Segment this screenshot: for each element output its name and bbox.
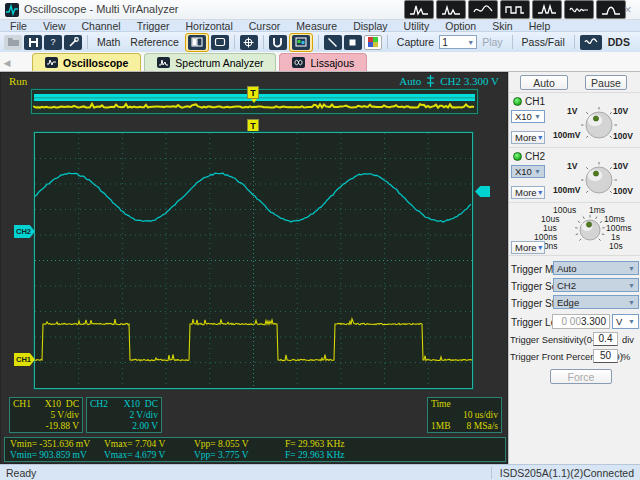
square-draw-icon[interactable] bbox=[344, 35, 362, 50]
scope-display: Run Auto CH2 3.300 V T T CH2 CH1 CH1X10 … bbox=[0, 72, 508, 464]
ch1-knob-label-100mv: 100mV bbox=[553, 130, 580, 140]
close-icon[interactable]: × bbox=[624, 2, 632, 17]
ch2-more-label: More bbox=[515, 187, 537, 198]
play-button[interactable]: Play bbox=[477, 36, 507, 48]
chevron-down-icon: ▼ bbox=[534, 113, 541, 120]
tab-oscilloscope[interactable]: Oscilloscope bbox=[32, 53, 141, 71]
math-button[interactable]: Math bbox=[92, 36, 125, 48]
trigger-position-marker-overview[interactable]: T bbox=[247, 86, 259, 99]
chevron-down-icon: ▼ bbox=[628, 282, 635, 289]
trigger-level-marker[interactable] bbox=[475, 186, 490, 197]
timebase-section: 100us 1ms 10us 1us 100ns 10ns 10ms 100ms… bbox=[509, 203, 640, 256]
crosshair-icon[interactable] bbox=[240, 35, 258, 50]
ch1-section: CH1 X10▼ More▼ 1V 10V 100mV 100V bbox=[509, 93, 640, 148]
reference-button[interactable]: Reference bbox=[125, 36, 183, 48]
split-display-toggle[interactable] bbox=[185, 33, 209, 52]
ch2-knob-label-100v: 100V bbox=[613, 186, 633, 196]
app-window: Oscilloscope - Multi VirAnalyzer × File … bbox=[0, 0, 640, 480]
save-icon[interactable] bbox=[24, 35, 42, 50]
ch1-led[interactable] bbox=[513, 97, 522, 106]
graticule[interactable] bbox=[34, 132, 473, 389]
menu-item-cursor[interactable]: Cursor bbox=[249, 20, 281, 32]
trigger-mode-select[interactable]: Auto▼ bbox=[553, 261, 639, 275]
spectrum-view-alt-icon[interactable] bbox=[436, 0, 466, 19]
help-icon[interactable]: ? bbox=[44, 35, 62, 50]
passfail-button[interactable]: Pass/Fail bbox=[517, 36, 570, 48]
tab-lissajous[interactable]: Lissajous bbox=[279, 53, 367, 71]
ch1-more-label: More bbox=[515, 132, 537, 143]
trigger-position-marker[interactable]: T bbox=[247, 119, 259, 132]
menu-item-skin[interactable]: Skin bbox=[492, 20, 512, 32]
timebase-more-button[interactable]: More▼ bbox=[511, 241, 545, 254]
menu-item-file[interactable]: File bbox=[10, 20, 27, 32]
oscilloscope-tab-icon bbox=[45, 57, 58, 68]
spectrum-tab-icon bbox=[157, 57, 170, 68]
timebase-knob[interactable] bbox=[573, 213, 607, 247]
trigger-front-input[interactable]: 50 bbox=[593, 349, 618, 363]
chevron-down-icon: ▼ bbox=[628, 299, 635, 306]
ch2-probe-select[interactable]: X10▼ bbox=[511, 165, 545, 178]
display-color-toggle[interactable] bbox=[289, 33, 313, 52]
trigger-source-select[interactable]: CH2▼ bbox=[553, 278, 639, 292]
ch1-probe-select[interactable]: X10▼ bbox=[511, 110, 545, 123]
capture-select[interactable]: 1▼ bbox=[439, 35, 477, 49]
ch1-more-button[interactable]: More▼ bbox=[511, 131, 545, 144]
damped-sine-icon[interactable] bbox=[564, 0, 594, 19]
trigger-level-unit-select[interactable]: V▼ bbox=[612, 314, 639, 329]
single-display-icon[interactable] bbox=[211, 35, 229, 50]
menu-item-measure[interactable]: Measure bbox=[296, 20, 337, 32]
menu-item-utility[interactable]: Utility bbox=[404, 20, 430, 32]
menu-item-view[interactable]: View bbox=[43, 20, 66, 32]
menu-item-trigger[interactable]: Trigger bbox=[137, 20, 170, 32]
ch2-vmax: Vmax= 4.679 V bbox=[104, 450, 194, 461]
menu-item-help[interactable]: Help bbox=[529, 20, 551, 32]
time-info-box: Time 10 us/div 1MB8 MSa/s bbox=[427, 397, 502, 433]
pause-button[interactable]: Pause bbox=[585, 75, 627, 90]
menu-bar: File View Channel Trigger Horizontal Cur… bbox=[0, 20, 640, 32]
menu-item-display[interactable]: Display bbox=[353, 20, 387, 32]
tab-spectrum-analyzer[interactable]: Spectrum Analyzer bbox=[144, 53, 276, 71]
force-button[interactable]: Force bbox=[550, 369, 612, 384]
open-file-icon[interactable] bbox=[4, 35, 22, 50]
palette-icon[interactable] bbox=[364, 35, 382, 50]
chevron-down-icon: ▼ bbox=[467, 39, 474, 46]
ch1-knob-label-100v: 100V bbox=[613, 131, 633, 141]
tools-icon[interactable] bbox=[64, 35, 82, 50]
app-icon bbox=[5, 3, 19, 17]
ch2-probe-value: X10 bbox=[515, 166, 532, 177]
trigger-style-select[interactable]: Edge▼ bbox=[553, 295, 639, 309]
tb-label-10s: 10s bbox=[609, 241, 623, 251]
menu-item-horizontal[interactable]: Horizontal bbox=[186, 20, 233, 32]
toolbar-separator bbox=[512, 35, 513, 49]
pulse-wave-icon[interactable] bbox=[596, 0, 626, 19]
trigger-level-pad: 0 00 bbox=[562, 316, 581, 327]
trigger-mode-value: Auto bbox=[557, 263, 577, 274]
toolbar-separator bbox=[574, 35, 575, 49]
ch2-position-marker[interactable]: CH2 bbox=[14, 225, 35, 238]
tab-scroll-left-icon[interactable]: ◀ bbox=[0, 58, 14, 71]
ch1-probe-value: X10 bbox=[515, 111, 532, 122]
menu-item-channel[interactable]: Channel bbox=[82, 20, 121, 32]
ch1-measurements: Vmin= -351.636 mV Vmax= 7.704 V Vpp= 8.0… bbox=[10, 439, 505, 450]
menu-item-option[interactable]: Option bbox=[445, 20, 476, 32]
square-wave-icon[interactable] bbox=[500, 0, 530, 19]
chevron-down-icon: ▼ bbox=[534, 168, 541, 175]
chevron-down-icon: ▼ bbox=[537, 189, 544, 196]
ch2-label: CH2 bbox=[525, 151, 545, 162]
trigger-style-value: Edge bbox=[557, 297, 579, 308]
ch2-led[interactable] bbox=[513, 152, 522, 161]
dds-icon[interactable] bbox=[580, 35, 602, 50]
chevron-down-icon: ▼ bbox=[628, 318, 635, 325]
burst-wave-icon[interactable] bbox=[532, 0, 562, 19]
audio-wave-icon[interactable] bbox=[468, 0, 498, 19]
ch2-more-button[interactable]: More▼ bbox=[511, 186, 545, 199]
spectrum-view-icon[interactable] bbox=[404, 0, 434, 19]
trigger-level-input[interactable]: 0 003.300 bbox=[552, 314, 610, 329]
magnet-icon[interactable] bbox=[269, 35, 287, 50]
auto-button[interactable]: Auto bbox=[520, 75, 568, 90]
line-draw-icon[interactable] bbox=[324, 35, 342, 50]
trigger-sensitivity-input[interactable]: 0.4 bbox=[593, 332, 618, 346]
time-name: Time bbox=[431, 399, 498, 410]
ch1-position-marker[interactable]: CH1 bbox=[14, 353, 35, 366]
dds-button[interactable]: DDS bbox=[603, 36, 635, 48]
